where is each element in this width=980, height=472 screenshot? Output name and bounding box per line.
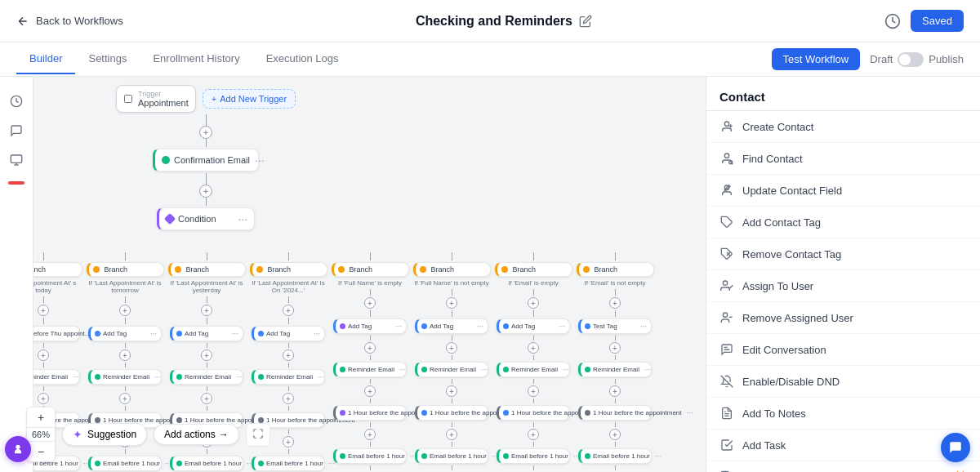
- add-7d[interactable]: +: [609, 429, 621, 440]
- email-1h-6[interactable]: Email before 1 hour ···: [497, 448, 570, 464]
- add-4d[interactable]: +: [364, 429, 376, 440]
- sidebar-item-assign-to-user[interactable]: Assign To User: [706, 270, 980, 302]
- sidebar-item-copy-contact[interactable]: Copy Contact 👑: [706, 461, 980, 472]
- expand-button[interactable]: [246, 423, 270, 447]
- email-1h-4[interactable]: Email before 1 hour ···: [333, 448, 407, 464]
- tag-menu-7[interactable]: ···: [640, 322, 647, 331]
- add-2c[interactable]: +: [201, 393, 212, 404]
- re-menu-4[interactable]: ···: [399, 365, 406, 374]
- add-7a[interactable]: +: [609, 297, 621, 309]
- branch-node-3[interactable]: Branch: [250, 262, 327, 277]
- tab-settings[interactable]: Settings: [75, 44, 140, 74]
- tag-menu-5[interactable]: ···: [477, 322, 483, 331]
- add-5a[interactable]: +: [446, 297, 457, 309]
- add-4c[interactable]: +: [364, 385, 376, 397]
- add-4a[interactable]: +: [364, 297, 376, 309]
- email1h-menu-7[interactable]: ···: [655, 452, 662, 461]
- re-menu-5[interactable]: ···: [481, 365, 488, 374]
- branch-node-5[interactable]: Branch: [413, 262, 491, 277]
- add-tag-4[interactable]: Add Tag ···: [333, 318, 407, 334]
- wait-1h-5[interactable]: 1 Hour before the appointment ···: [415, 405, 488, 421]
- add-1b[interactable]: +: [119, 350, 131, 361]
- add-tag-7[interactable]: Test Tag ···: [578, 318, 652, 334]
- reminder-email-6[interactable]: Reminder Email ···: [497, 362, 570, 377]
- tag-menu-6[interactable]: ···: [559, 322, 565, 331]
- add-actions-button[interactable]: Add actions →: [154, 424, 239, 445]
- add-1c[interactable]: +: [119, 393, 131, 404]
- sidebar-item-enable-disable-dnd[interactable]: Enable/Disable DND: [706, 366, 980, 398]
- add-tag-3[interactable]: Add Tag ···: [252, 326, 325, 341]
- ai-bot-button[interactable]: [5, 436, 31, 462]
- branch-node-7[interactable]: Branch: [577, 262, 654, 277]
- suggestion-button[interactable]: ✦ Suggestion: [62, 423, 147, 446]
- add-3b[interactable]: +: [283, 350, 294, 361]
- wait-menu-0[interactable]: ···: [95, 329, 101, 338]
- zoom-out-button[interactable]: −: [27, 442, 55, 461]
- left-tool-chat[interactable]: [8, 122, 24, 139]
- sidebar-item-edit-conversation[interactable]: Edit Conversation: [706, 334, 980, 366]
- add-3d[interactable]: +: [283, 436, 294, 448]
- add-5c[interactable]: +: [446, 385, 457, 397]
- wait-1h-7[interactable]: 1 Hour before the appointment ···: [578, 405, 652, 421]
- saved-button[interactable]: Saved: [911, 10, 964, 32]
- trigger-node[interactable]: Trigger Appointment: [116, 85, 196, 113]
- condition-menu-dots[interactable]: ···: [238, 212, 247, 225]
- tag-menu-2[interactable]: ···: [232, 329, 238, 338]
- email-1h-7[interactable]: Email before 1 hour ···: [578, 448, 652, 464]
- sidebar-item-remove-assigned-user[interactable]: Remove Assigned User: [706, 302, 980, 334]
- add-1a[interactable]: +: [119, 305, 131, 316]
- publish-toggle[interactable]: [898, 52, 924, 67]
- sidebar-item-add-contact-tag[interactable]: Add Contact Tag: [706, 207, 980, 238]
- add-5d[interactable]: +: [446, 429, 457, 440]
- branch-add-0[interactable]: +: [38, 305, 49, 316]
- node-menu-dots[interactable]: ···: [255, 154, 265, 167]
- re-menu-2[interactable]: ···: [236, 372, 243, 381]
- test-workflow-button[interactable]: Test Workflow: [772, 48, 861, 70]
- sidebar-item-add-to-notes[interactable]: Add To Notes: [706, 398, 980, 430]
- reminder-email-3[interactable]: Reminder Email ···: [252, 369, 325, 385]
- reminder-email-7[interactable]: Reminder Email ···: [578, 362, 652, 377]
- condition-node[interactable]: Condition ···: [157, 207, 255, 230]
- edit-icon[interactable]: [579, 15, 592, 28]
- tag-menu-3[interactable]: ···: [314, 329, 320, 338]
- sidebar-item-remove-contact-tag[interactable]: Remove Contact Tag: [706, 238, 980, 270]
- left-tool-screen[interactable]: [8, 152, 24, 168]
- tab-enrollment-history[interactable]: Enrollment History: [140, 44, 252, 74]
- workflow-canvas[interactable]: Trigger Appointment + Add New Trigger +: [0, 77, 706, 472]
- wait1h-menu-7[interactable]: ···: [687, 408, 693, 417]
- add-btn-0c[interactable]: +: [38, 393, 49, 404]
- add-4b[interactable]: +: [364, 342, 376, 354]
- tag-menu-4[interactable]: ···: [395, 322, 402, 331]
- reminder-email-2[interactable]: Reminder Email ···: [170, 369, 243, 385]
- re-menu-7[interactable]: ···: [644, 365, 651, 374]
- email-1h-5[interactable]: Email before 1 hour ···: [415, 448, 488, 464]
- re-menu-1[interactable]: ···: [154, 372, 161, 381]
- live-chat-button[interactable]: [941, 433, 970, 462]
- branch-node-1[interactable]: Branch: [87, 262, 164, 277]
- branch-node-6[interactable]: Branch: [495, 262, 572, 277]
- branch-node-2[interactable]: Branch: [168, 262, 246, 277]
- re-menu-0[interactable]: ···: [73, 372, 79, 381]
- tab-execution-logs[interactable]: Execution Logs: [253, 44, 352, 74]
- add-6c[interactable]: +: [528, 385, 539, 397]
- left-tool-clock[interactable]: [8, 93, 24, 109]
- add-node-btn-1[interactable]: +: [199, 126, 212, 139]
- reminder-email-4[interactable]: Reminder Email ···: [333, 362, 407, 377]
- add-6b[interactable]: +: [528, 342, 539, 354]
- add-2a[interactable]: +: [201, 305, 212, 316]
- history-icon[interactable]: [884, 13, 901, 29]
- wait-1h-6[interactable]: 1 Hour before the appointment ···: [497, 405, 570, 421]
- tag-menu-1[interactable]: ···: [150, 329, 157, 338]
- tab-builder[interactable]: Builder: [16, 44, 75, 74]
- add-trigger-node[interactable]: + Add New Trigger: [203, 89, 296, 109]
- confirmation-email-node[interactable]: Confirmation Email ···: [153, 149, 259, 171]
- add-btn-0b[interactable]: +: [38, 350, 49, 361]
- add-tag-5[interactable]: Add Tag ···: [415, 318, 488, 334]
- add-6a[interactable]: +: [528, 297, 539, 309]
- re-menu-3[interactable]: ···: [318, 372, 324, 381]
- sidebar-item-create-contact[interactable]: Create Contact: [706, 111, 980, 143]
- sidebar-item-update-contact-field[interactable]: Update Contact Field: [706, 175, 980, 207]
- add-6d[interactable]: +: [528, 429, 539, 440]
- add-7c[interactable]: +: [609, 385, 621, 397]
- add-3a[interactable]: +: [283, 305, 294, 316]
